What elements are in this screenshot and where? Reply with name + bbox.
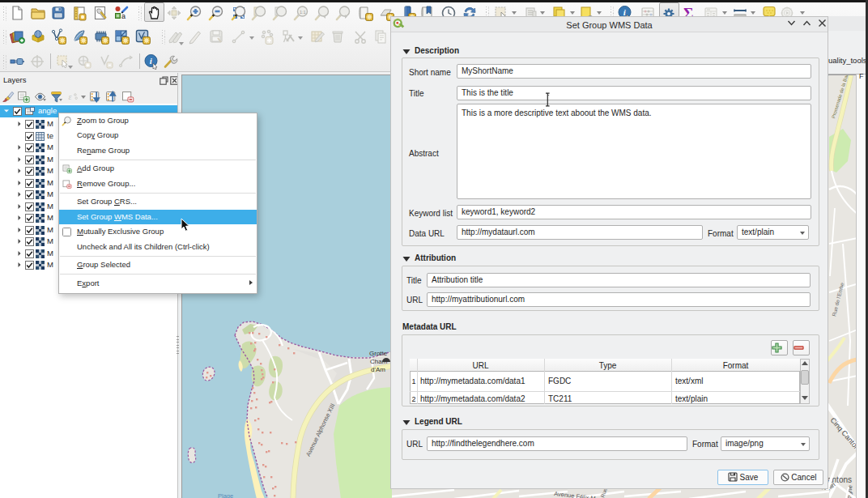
svg-text:d'Am: d'Am: [371, 366, 385, 373]
svg-text:Grotte: Grotte: [369, 350, 388, 357]
svg-text:Cham: Cham: [370, 358, 388, 365]
svg-text:Plage: Plage: [218, 492, 233, 498]
svg-text:ε: ε: [68, 92, 71, 101]
svg-text:1:1: 1:1: [300, 10, 306, 15]
